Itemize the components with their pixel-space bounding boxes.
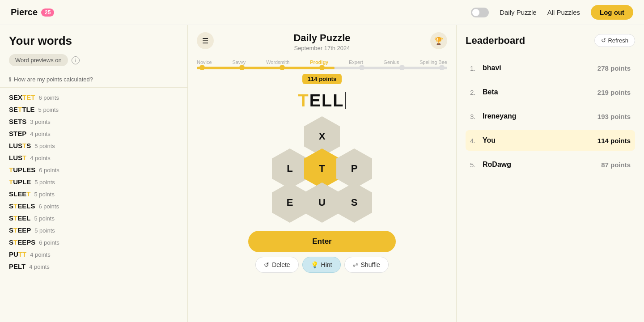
word-text: SLEET (9, 190, 30, 198)
progress-dot (239, 65, 245, 70)
word-points: 6 points (38, 94, 59, 101)
nav-all-puzzles[interactable]: All Puzzles (547, 8, 580, 16)
progress-wrap: NoviceSavvyWordsmithProdigyExpertGeniusS… (197, 59, 447, 69)
progress-track (197, 67, 447, 69)
progress-dot (280, 65, 285, 70)
word-text: STEP (9, 130, 26, 137)
nav-daily-puzzle[interactable]: Daily Puzzle (500, 8, 537, 16)
word-text: TUPLES (9, 166, 35, 174)
progress-dot (199, 65, 205, 70)
delete-button[interactable]: ↺ Delete (255, 257, 298, 273)
leaderboard-row: 5.RoDawg87 points (466, 154, 635, 175)
hex-s[interactable]: S (336, 182, 372, 223)
word-previews-toggle[interactable]: Word previews on (9, 54, 68, 66)
lb-name: You (483, 136, 597, 144)
word-points: 4 points (29, 263, 50, 270)
word-text: PELT (9, 263, 25, 270)
word-text: SEXTET (9, 93, 35, 101)
left-panel: Your words Word previews on i ℹ How are … (0, 25, 188, 322)
list-item: SETTLE5 points (9, 103, 178, 115)
word-previews-row: Word previews on i (9, 54, 178, 66)
refresh-button[interactable]: ↺ Refresh (594, 34, 635, 47)
points-calc-label: How are my points calculated? (14, 76, 93, 83)
progress-level-label: Novice (197, 59, 212, 65)
list-item: STEEL5 points (9, 212, 178, 224)
refresh-label: Refresh (608, 37, 628, 44)
right-panel: Leaderboard ↺ Refresh 1.bhavi278 points2… (456, 25, 644, 322)
header-left: Pierce 25 (11, 7, 54, 17)
hex-e[interactable]: E (272, 182, 308, 223)
trophy-icon-button[interactable]: 🏆 (430, 32, 447, 49)
typed-letter-t: T (298, 91, 309, 110)
app-name: Pierce (11, 7, 38, 17)
word-points: 6 points (39, 167, 59, 174)
progress-dots (197, 65, 447, 70)
delete-icon: ↺ (264, 261, 269, 268)
leaderboard-list: 1.bhavi278 points2.Beta219 points3.Irene… (466, 58, 635, 175)
progress-dot (359, 65, 364, 70)
logout-button[interactable]: Log out (591, 5, 633, 20)
header: Pierce 25 Daily Puzzle All Puzzles Log o… (0, 0, 644, 25)
word-text: TUPLE (9, 178, 31, 186)
action-row: ↺ Delete 💡 Hint ⇄ Shuffle (248, 257, 396, 273)
hint-button[interactable]: 💡 Hint (302, 257, 341, 273)
word-points: 6 points (39, 239, 59, 246)
center-panel: ☰ Daily Puzzle September 17th 2024 🏆 Nov… (188, 25, 456, 322)
list-item: TUPLE5 points (9, 176, 178, 188)
main-layout: Your words Word previews on i ℹ How are … (0, 25, 644, 322)
word-text: SETS (9, 118, 26, 125)
word-points: 4 points (30, 131, 51, 137)
progress-dot (399, 65, 405, 70)
progress-level-label: Spelling Bee (419, 59, 447, 65)
puzzle-title-wrap: Daily Puzzle September 17th 2024 (293, 32, 350, 56)
word-text: STEEL (9, 214, 30, 222)
honeycomb: X L T P E U S (264, 116, 380, 224)
theme-toggle[interactable] (471, 8, 489, 17)
leaderboard-row: 4.You114 points (466, 130, 635, 151)
hex-u[interactable]: U (304, 182, 340, 223)
list-item: LUSTS5 points (9, 140, 178, 152)
lb-points: 87 points (601, 161, 631, 169)
word-points: 4 points (30, 251, 51, 258)
word-points: 4 points (30, 155, 51, 161)
word-text: STEEP (9, 226, 31, 234)
progress-labels: NoviceSavvyWordsmithProdigyExpertGeniusS… (197, 59, 447, 65)
hint-icon: 💡 (311, 261, 318, 268)
leaderboard-row: 1.bhavi278 points (466, 58, 635, 78)
leaderboard-row: 2.Beta219 points (466, 82, 635, 102)
points-calc-icon: ℹ (9, 76, 11, 83)
word-points: 3 points (30, 119, 51, 125)
puzzle-title: Daily Puzzle (293, 32, 350, 44)
points-calc-row[interactable]: ℹ How are my points calculated? (0, 72, 187, 88)
word-points: 5 points (34, 143, 55, 149)
progress-level-label: Wordsmith (266, 59, 289, 65)
list-item: TUPLES6 points (9, 164, 178, 176)
word-points: 5 points (38, 106, 59, 113)
list-item: SLEET5 points (9, 188, 178, 200)
word-points: 5 points (34, 191, 55, 198)
delete-label: Delete (272, 261, 290, 268)
list-icon-button[interactable]: ☰ (197, 32, 214, 49)
theme-toggle-wrap (471, 8, 489, 17)
list-item: STEP4 points (9, 127, 178, 140)
leaderboard-row: 3.Ireneyang193 points (466, 106, 635, 127)
text-cursor (345, 92, 346, 109)
typed-letter-ell: ELL (309, 91, 344, 110)
word-previews-info-icon[interactable]: i (72, 56, 80, 64)
list-item: SEXTET6 points (9, 91, 178, 103)
lb-points: 219 points (597, 89, 631, 96)
word-points: 5 points (34, 227, 55, 234)
lb-rank: 3. (470, 113, 483, 120)
word-text: LUST (9, 154, 26, 161)
word-text: PUTT (9, 250, 26, 258)
leaderboard-header: Leaderboard ↺ Refresh (466, 34, 635, 47)
enter-button[interactable]: Enter (248, 231, 396, 252)
word-text: LUSTS (9, 142, 31, 149)
lb-name: Ireneyang (483, 112, 597, 120)
progress-level-label: Genius (384, 59, 399, 65)
puzzle-header-icons: ☰ Daily Puzzle September 17th 2024 🏆 (197, 32, 447, 56)
lb-name: RoDawg (483, 161, 601, 169)
shuffle-button[interactable]: ⇄ Shuffle (344, 257, 389, 273)
list-item: PUTT4 points (9, 248, 178, 260)
progress-level-label: Expert (349, 59, 363, 65)
